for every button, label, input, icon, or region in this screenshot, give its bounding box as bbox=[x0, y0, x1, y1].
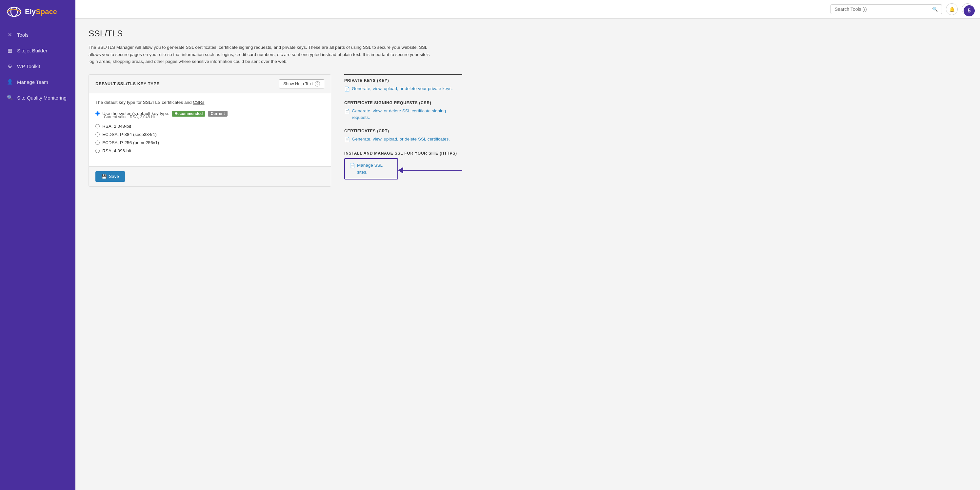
svg-point-1 bbox=[11, 7, 18, 16]
section-private-keys: PRIVATE KEYS (KEY) 📄 Generate, view, upl… bbox=[344, 75, 462, 93]
radio-ecdsa384-label[interactable]: ECDSA, P-384 (secp384r1) bbox=[102, 132, 157, 137]
manage-ssl-link-text: Manage SSL sites. bbox=[357, 162, 393, 176]
private-keys-link[interactable]: 📄 Generate, view, upload, or delete your… bbox=[344, 86, 462, 93]
users-icon: 👤 bbox=[6, 79, 13, 85]
key-type-radio-group: Use the system's default key type. Recom… bbox=[95, 111, 324, 153]
help-icon: ? bbox=[315, 81, 320, 86]
sidebar-item-sitejet-label: Sitejet Builder bbox=[17, 48, 48, 53]
header: 🔍 🔔 👤 bbox=[75, 0, 980, 19]
radio-ecdsa256[interactable] bbox=[95, 141, 100, 145]
arrow-line bbox=[403, 170, 462, 171]
radio-option-ecdsa256: ECDSA, P-256 (prime256v1) bbox=[95, 140, 324, 145]
file-icon-csr: 📄 bbox=[344, 108, 350, 115]
badge-current: Current bbox=[208, 111, 227, 117]
sidebar-item-wptoolkit-label: WP Toolkit bbox=[17, 63, 40, 69]
show-help-label: Show Help Text bbox=[283, 81, 313, 86]
save-label: Save bbox=[109, 174, 119, 179]
csr-link[interactable]: 📄 Generate, view, or delete SSL certific… bbox=[344, 108, 462, 121]
radio-option-rsa4096: RSA, 4,096-bit bbox=[95, 148, 324, 153]
page-title: SSL/TLS bbox=[89, 29, 967, 39]
section-title-private-keys: PRIVATE KEYS (KEY) bbox=[344, 78, 462, 83]
section-divider-private-keys bbox=[344, 75, 462, 75]
sidebar-item-wptoolkit[interactable]: ⊕ WP Toolkit bbox=[0, 58, 75, 74]
page-description: The SSL/TLS Manager will allow you to ge… bbox=[89, 44, 433, 65]
wrench-icon: ✕ bbox=[6, 32, 13, 38]
main: 🔍 🔔 👤 5 SSL/TLS The SSL/TLS Manager will… bbox=[75, 0, 980, 490]
arrow-indicator bbox=[398, 167, 462, 174]
layout-icon: ▦ bbox=[6, 47, 13, 54]
radio-ecdsa256-label[interactable]: ECDSA, P-256 (prime256v1) bbox=[102, 140, 159, 145]
crt-link-text: Generate, view, upload, or delete SSL ce… bbox=[352, 136, 450, 143]
file-icon-manage-ssl: 📄 bbox=[350, 162, 355, 169]
radio-rsa4096[interactable] bbox=[95, 149, 100, 153]
content: 5 SSL/TLS The SSL/TLS Manager will allow… bbox=[75, 19, 980, 490]
search-input[interactable] bbox=[835, 6, 929, 12]
radio-option-ecdsa384: ECDSA, P-384 (secp384r1) bbox=[95, 132, 324, 137]
ssl-card-title: DEFAULT SSL/TLS KEY TYPE bbox=[95, 81, 160, 86]
radio-rsa2048[interactable] bbox=[95, 124, 100, 128]
section-title-manage-ssl: INSTALL AND MANAGE SSL FOR YOUR SITE (HT… bbox=[344, 151, 462, 155]
search-box[interactable]: 🔍 bbox=[830, 4, 942, 14]
arrow-head bbox=[398, 167, 403, 174]
csr-link-text: Generate, view, or delete SSL certificat… bbox=[352, 108, 462, 121]
ssl-card-header: DEFAULT SSL/TLS KEY TYPE Show Help Text … bbox=[89, 75, 331, 94]
search-icon: 🔍 bbox=[6, 94, 13, 101]
search-icon: 🔍 bbox=[932, 6, 938, 12]
svg-point-0 bbox=[8, 7, 21, 16]
bell-icon: 🔔 bbox=[949, 6, 955, 12]
file-icon-private-keys: 📄 bbox=[344, 86, 350, 93]
save-icon: 💾 bbox=[101, 174, 107, 179]
badge-recommended: Recommended bbox=[172, 111, 205, 117]
ssl-description: The default key type for SSL/TLS certifi… bbox=[95, 100, 324, 105]
manage-ssl-box: 📄 Manage SSL sites. bbox=[344, 158, 398, 179]
section-manage-ssl: INSTALL AND MANAGE SSL FOR YOUR SITE (HT… bbox=[344, 151, 462, 179]
sidebar-item-sitequality-label: Site Quality Monitoring bbox=[17, 95, 67, 101]
wordpress-icon: ⊕ bbox=[6, 63, 13, 70]
sidebar-item-manageteam-label: Manage Team bbox=[17, 79, 48, 85]
notification-button[interactable]: 🔔 bbox=[946, 3, 958, 15]
ssl-card-body: The default key type for SSL/TLS certifi… bbox=[89, 94, 331, 167]
sidebar-nav: ✕ Tools ▦ Sitejet Builder ⊕ WP Toolkit 👤… bbox=[0, 27, 75, 105]
radio-ecdsa384[interactable] bbox=[95, 132, 100, 136]
radio-system-default[interactable] bbox=[95, 111, 100, 116]
section-title-csr: CERTIFICATE SIGNING REQUESTS (CSR) bbox=[344, 101, 462, 105]
logo: ElySpace bbox=[0, 0, 75, 24]
sidebar-item-tools-label: Tools bbox=[17, 32, 29, 38]
manage-ssl-link[interactable]: 📄 Manage SSL sites. bbox=[350, 162, 393, 176]
sidebar-item-manageteam[interactable]: 👤 Manage Team bbox=[0, 74, 75, 90]
ssl-card: DEFAULT SSL/TLS KEY TYPE Show Help Text … bbox=[89, 75, 331, 187]
radio-rsa2048-label[interactable]: RSA, 2,048-bit bbox=[102, 124, 131, 129]
show-help-button[interactable]: Show Help Text ? bbox=[279, 79, 324, 89]
sidebar-item-sitejet[interactable]: ▦ Sitejet Builder bbox=[0, 43, 75, 58]
logo-icon bbox=[6, 6, 22, 18]
radio-option-system-default: Use the system's default key type. Recom… bbox=[95, 111, 324, 121]
section-title-crt: CERTIFICATES (CRT) bbox=[344, 129, 462, 133]
ssl-card-footer: 💾 Save bbox=[89, 167, 331, 186]
content-layout: DEFAULT SSL/TLS KEY TYPE Show Help Text … bbox=[89, 75, 967, 187]
save-button[interactable]: 💾 Save bbox=[95, 171, 125, 182]
sidebar-item-tools[interactable]: ✕ Tools bbox=[0, 27, 75, 43]
logo-space-text: Space bbox=[36, 8, 57, 16]
private-keys-link-text: Generate, view, upload, or delete your p… bbox=[352, 86, 453, 92]
manage-ssl-row: 📄 Manage SSL sites. bbox=[344, 158, 462, 179]
radio-option-rsa2048: RSA, 2,048-bit bbox=[95, 124, 324, 129]
crt-link[interactable]: 📄 Generate, view, upload, or delete SSL … bbox=[344, 136, 462, 143]
logo-ely-text: Ely bbox=[25, 8, 36, 16]
sidebar-item-sitequality[interactable]: 🔍 Site Quality Monitoring bbox=[0, 90, 75, 105]
sidebar: ElySpace ✕ Tools ▦ Sitejet Builder ⊕ WP … bbox=[0, 0, 75, 490]
section-crt: CERTIFICATES (CRT) 📄 Generate, view, upl… bbox=[344, 129, 462, 143]
file-icon-crt: 📄 bbox=[344, 136, 350, 143]
section-csr: CERTIFICATE SIGNING REQUESTS (CSR) 📄 Gen… bbox=[344, 101, 462, 121]
radio-rsa4096-label[interactable]: RSA, 4,096-bit bbox=[102, 148, 131, 153]
right-sidebar: PRIVATE KEYS (KEY) 📄 Generate, view, upl… bbox=[344, 75, 462, 187]
